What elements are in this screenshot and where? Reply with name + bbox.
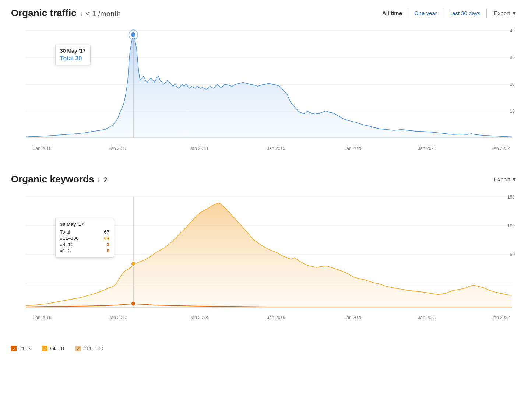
traffic-section-header: Organic traffic ℹ < 1 /month All time On… xyxy=(11,7,517,19)
svg-point-38 xyxy=(131,301,135,306)
time-controls: All time One year Last 30 days Export ▼ xyxy=(376,8,517,18)
keywords-legend: ✓ #1–3 ✓ #4–10 ✓ #11–100 xyxy=(11,343,517,351)
svg-text:Jan 2017: Jan 2017 xyxy=(109,146,127,151)
legend-item-1-3[interactable]: ✓ #1–3 xyxy=(11,346,31,351)
keywords-export-chevron-icon: ▼ xyxy=(511,176,517,182)
svg-text:Jan 2021: Jan 2021 xyxy=(418,146,436,151)
legend-item-4-10[interactable]: ✓ #4–10 xyxy=(42,346,64,351)
legend-label-4-10: #4–10 xyxy=(50,346,64,351)
svg-text:100: 100 xyxy=(507,223,515,228)
svg-text:Jan 2017: Jan 2017 xyxy=(109,315,127,321)
all-time-button[interactable]: All time xyxy=(376,8,408,18)
traffic-subtitle: < 1 /month xyxy=(86,10,121,18)
keywords-export-button[interactable]: Export ▼ xyxy=(494,176,517,182)
keywords-title-group: Organic keywords ℹ 2 xyxy=(11,174,108,185)
legend-checkbox-1-3: ✓ xyxy=(11,346,17,351)
traffic-chart-svg: 40 30 20 10 Jan 2016 Jan 2017 Jan 2018 J… xyxy=(11,22,517,162)
svg-text:Jan 2016: Jan 2016 xyxy=(33,315,51,321)
legend-label-1-3: #1–3 xyxy=(19,346,31,351)
svg-text:20: 20 xyxy=(510,81,515,87)
one-year-button[interactable]: One year xyxy=(408,8,443,18)
svg-point-18 xyxy=(131,32,136,38)
svg-text:Jan 2016: Jan 2016 xyxy=(33,146,51,151)
keywords-title: Organic keywords xyxy=(11,174,94,185)
keywords-chart-container: 150 100 50 Jan 2016 Jan 2017 Jan 2018 Ja… xyxy=(11,189,517,332)
svg-text:Jan 2020: Jan 2020 xyxy=(344,146,362,151)
legend-label-11-100: #11–100 xyxy=(83,346,103,351)
svg-text:150: 150 xyxy=(507,194,515,200)
svg-text:Jan 2019: Jan 2019 xyxy=(267,146,285,151)
traffic-info-icon[interactable]: ℹ xyxy=(80,11,82,17)
keywords-count: 2 xyxy=(103,176,107,184)
traffic-export-button[interactable]: Export ▼ xyxy=(494,10,517,16)
legend-checkbox-11-100: ✓ xyxy=(75,346,81,351)
export-chevron-icon: ▼ xyxy=(511,10,517,16)
svg-text:Jan 2022: Jan 2022 xyxy=(492,315,510,321)
last-30-button[interactable]: Last 30 days xyxy=(443,8,487,18)
svg-text:10: 10 xyxy=(510,108,515,114)
svg-text:Jan 2019: Jan 2019 xyxy=(267,315,285,321)
svg-text:30: 30 xyxy=(510,55,515,60)
keywords-chart-svg: 150 100 50 Jan 2016 Jan 2017 Jan 2018 Ja… xyxy=(11,189,517,332)
svg-text:50: 50 xyxy=(510,252,515,257)
svg-point-37 xyxy=(131,261,135,266)
svg-text:Jan 2018: Jan 2018 xyxy=(190,146,208,151)
keywords-section-header: Organic keywords ℹ 2 Export ▼ xyxy=(11,174,517,185)
svg-text:40: 40 xyxy=(510,28,515,34)
legend-checkbox-4-10: ✓ xyxy=(42,346,47,351)
svg-text:Jan 2018: Jan 2018 xyxy=(190,315,208,321)
svg-text:Jan 2020: Jan 2020 xyxy=(344,315,362,321)
legend-item-11-100[interactable]: ✓ #11–100 xyxy=(75,346,103,351)
traffic-chart-container: 40 30 20 10 Jan 2016 Jan 2017 Jan 2018 J… xyxy=(11,22,517,162)
traffic-title-group: Organic traffic ℹ < 1 /month xyxy=(11,7,121,19)
traffic-title: Organic traffic xyxy=(11,7,77,19)
svg-text:Jan 2021: Jan 2021 xyxy=(418,315,436,321)
svg-text:Jan 2022: Jan 2022 xyxy=(492,146,510,151)
keywords-info-icon[interactable]: ℹ xyxy=(98,178,99,183)
